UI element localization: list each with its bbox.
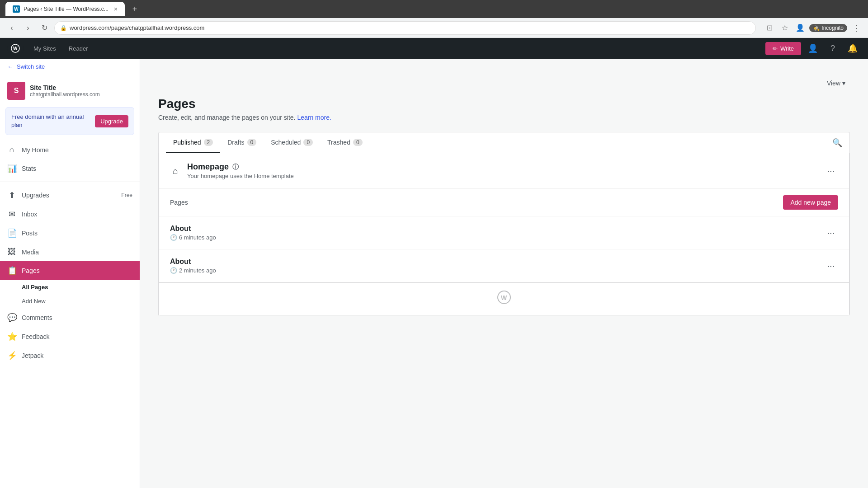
tab-drafts-count: 0 [247, 139, 257, 146]
page-list-title: About [170, 225, 817, 233]
upgrades-icon: ⬆ [7, 190, 16, 200]
address-text: wordpress.com/pages/chatgptallhail.wordp… [70, 24, 204, 31]
tab-close-icon[interactable]: × [114, 5, 118, 13]
clock-icon: 🕐 [170, 234, 177, 241]
svg-text:W: W [501, 294, 507, 301]
sidebar-item-posts[interactable]: 📄 Posts [0, 224, 140, 243]
profile-icon[interactable]: 👤 [794, 22, 807, 34]
tab-published-count: 2 [204, 139, 213, 146]
help-button[interactable]: ? [825, 40, 841, 56]
sidebar-item-pages[interactable]: 📋 Pages [0, 261, 140, 280]
sidebar-item-label: Pages [22, 267, 132, 274]
homepage-more-button[interactable]: ··· [823, 164, 838, 178]
tab-title: Pages ‹ Site Title — WordPress.c... [24, 6, 108, 12]
pages-section-label: Pages [170, 199, 188, 206]
tab-scheduled[interactable]: Scheduled 0 [264, 132, 320, 153]
pages-content: ⌂ Homepage ⓘ Your homepage uses the Home… [159, 153, 849, 315]
address-bar-row: ‹ › ↻ 🔒 wordpress.com/pages/chatgptallha… [0, 18, 868, 38]
page-header: Pages Create, edit, and manage the pages… [158, 97, 850, 121]
site-info: S Site Title chatgptallhail.wordpress.co… [0, 75, 140, 107]
homepage-title: Homepage ⓘ [187, 162, 817, 172]
view-button[interactable]: View ▾ [822, 77, 850, 89]
lock-icon: 🔒 [60, 25, 67, 31]
sidebar-item-upgrades[interactable]: ⬆ Upgrades Free [0, 186, 140, 205]
tab-trashed[interactable]: Trashed 0 [320, 132, 370, 153]
reload-button[interactable]: ↻ [38, 22, 51, 34]
switch-site-row[interactable]: ← Switch site [0, 59, 140, 75]
sidebar-item-jetpack[interactable]: ⚡ Jetpack [0, 346, 140, 365]
wp-top-nav: W My Sites Reader ✏ Write 👤 ? 🔔 [0, 38, 868, 59]
browser-chrome: W Pages ‹ Site Title — WordPress.c... × … [0, 0, 868, 18]
sidebar-divider [0, 182, 140, 182]
favicon: W [13, 5, 20, 13]
back-arrow-icon: ← [7, 63, 13, 70]
sidebar-sub-add-new[interactable]: Add New [0, 294, 140, 308]
jetpack-icon: ⚡ [7, 351, 16, 361]
sidebar-item-inbox[interactable]: ✉ Inbox [0, 205, 140, 224]
stats-icon: 📊 [7, 164, 16, 174]
homepage-info: Homepage ⓘ Your homepage uses the Home t… [187, 162, 817, 179]
sidebar-item-stats[interactable]: 📊 Stats [0, 159, 140, 178]
back-button[interactable]: ‹ [5, 22, 18, 34]
wp-footer-logo: W [497, 290, 511, 308]
learn-more-link[interactable]: Learn more. [297, 114, 331, 121]
user-avatar-btn[interactable]: 👤 [805, 40, 821, 56]
page-list-time: 🕐 2 minutes ago [170, 267, 817, 274]
svg-text:W: W [13, 46, 18, 51]
add-new-label: Add New [22, 298, 46, 305]
tab-drafts-label: Drafts [227, 139, 244, 146]
sidebar: ← Switch site S Site Title chatgptallhai… [0, 59, 140, 488]
wp-footer: W [159, 282, 849, 315]
tab-published[interactable]: Published 2 [166, 132, 220, 153]
view-row: View ▾ [158, 77, 850, 89]
wp-logo[interactable]: W [7, 40, 24, 56]
sidebar-item-my-home[interactable]: ⌂ My Home [0, 141, 140, 159]
toolbar-icons: ⊡ ☆ 👤 🕵 Incognito ⋮ [763, 22, 863, 34]
upgrade-button[interactable]: Upgrade [95, 115, 128, 127]
main-content: View ▾ Pages Create, edit, and manage th… [140, 59, 868, 488]
search-icon[interactable]: 🔍 [832, 138, 842, 148]
comments-icon: 💬 [7, 313, 16, 323]
site-url: chatgptallhail.wordpress.com [30, 91, 132, 98]
browser-tab[interactable]: W Pages ‹ Site Title — WordPress.c... × [5, 2, 125, 16]
new-tab-button[interactable]: + [128, 3, 141, 15]
my-sites-nav[interactable]: My Sites [27, 38, 62, 59]
tab-scheduled-count: 0 [303, 139, 313, 146]
clock-icon: 🕐 [170, 267, 177, 274]
sidebar-item-label: Stats [22, 165, 132, 172]
main-layout: ← Switch site S Site Title chatgptallhai… [0, 59, 868, 488]
notifications-button[interactable]: 🔔 [844, 40, 861, 56]
forward-button[interactable]: › [22, 22, 34, 34]
nav-right: ✏ Write 👤 ? 🔔 [765, 40, 861, 56]
cast-icon[interactable]: ⊡ [763, 22, 776, 34]
sidebar-item-label: Inbox [22, 211, 132, 218]
write-button[interactable]: ✏ Write [765, 42, 801, 55]
write-icon: ✏ [773, 45, 778, 52]
info-icon[interactable]: ⓘ [232, 163, 239, 171]
tab-drafts[interactable]: Drafts 0 [220, 132, 264, 153]
reader-nav[interactable]: Reader [62, 38, 94, 59]
reader-label: Reader [69, 45, 88, 52]
page-list-time: 🕐 6 minutes ago [170, 234, 817, 241]
page-more-button[interactable]: ··· [823, 259, 838, 273]
site-avatar: S [7, 82, 25, 100]
sidebar-item-label: Upgrades [22, 192, 116, 199]
site-details: Site Title chatgptallhail.wordpress.com [30, 84, 132, 98]
menu-button[interactable]: ⋮ [850, 22, 863, 34]
page-more-button[interactable]: ··· [823, 226, 838, 240]
view-btn-label: View [827, 80, 840, 87]
upgrade-text: Free domain with an annual plan [11, 113, 91, 129]
incognito-badge: 🕵 Incognito [809, 24, 847, 32]
page-desc: Create, edit, and manage the pages on yo… [158, 114, 850, 121]
sidebar-item-media[interactable]: 🖼 Media [0, 243, 140, 261]
all-pages-label: All Pages [22, 284, 48, 291]
bookmark-icon[interactable]: ☆ [778, 22, 791, 34]
sidebar-item-comments[interactable]: 💬 Comments [0, 308, 140, 327]
sidebar-item-label: Media [22, 249, 132, 256]
page-list-item: About 🕐 6 minutes ago ··· [159, 216, 849, 249]
sidebar-sub-all-pages[interactable]: All Pages [0, 280, 140, 294]
add-new-page-button[interactable]: Add new page [783, 195, 838, 210]
address-bar[interactable]: 🔒 wordpress.com/pages/chatgptallhail.wor… [54, 21, 756, 35]
sidebar-item-feedback[interactable]: ⭐ Feedback [0, 327, 140, 346]
page-list-info: About 🕐 2 minutes ago [170, 258, 817, 274]
